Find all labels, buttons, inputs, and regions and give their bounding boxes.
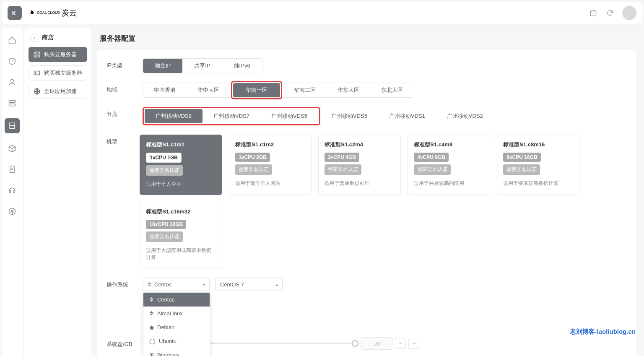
os-version-value: CentOS 7 bbox=[220, 281, 244, 288]
collapse-icon bbox=[11, 9, 18, 17]
os-item-icon: ✲ bbox=[149, 296, 154, 303]
svg-rect-3 bbox=[9, 100, 16, 102]
label-sysdisk: 系统盘/GB bbox=[106, 337, 140, 348]
sidebar-header: ‹ 商店 bbox=[29, 34, 87, 42]
region-option[interactable]: 华东大区 bbox=[327, 83, 370, 97]
os-item-label: AlmaLinux bbox=[157, 310, 183, 317]
os-item-icon: ⊞ bbox=[149, 352, 154, 356]
flame-icon bbox=[28, 9, 35, 17]
stepper-minus[interactable]: − bbox=[395, 338, 406, 349]
os-item-icon: ◉ bbox=[149, 324, 154, 330]
shop-icon bbox=[8, 122, 16, 130]
nav-receipt[interactable] bbox=[6, 164, 18, 175]
model-desc: 适用于并发较高的应用 bbox=[414, 180, 484, 187]
region-option[interactable]: 华南二区 bbox=[283, 83, 327, 97]
ip-option-shared[interactable]: 共享IP bbox=[182, 59, 222, 73]
model-card[interactable]: 标准型S1.c4m8 4vCPU 8GB 需要实名认证 适用于并发较高的应用 bbox=[408, 135, 490, 195]
headset-icon bbox=[8, 186, 16, 195]
model-auth-tag: 需要实名认证 bbox=[146, 231, 183, 242]
nav-support[interactable] bbox=[6, 184, 18, 196]
label-ip-type: IP类型 bbox=[106, 58, 143, 69]
os-dropdown-item[interactable]: ✲AlmaLinux bbox=[143, 307, 210, 320]
nav-shop[interactable] bbox=[5, 118, 20, 133]
globe-icon bbox=[33, 88, 41, 95]
sysdisk-value[interactable]: 20 bbox=[361, 337, 392, 350]
os-family-dropdown: ✲Centos✲AlmaLinux◉Debian◯Ubuntu⊞Windows bbox=[143, 292, 210, 356]
ip-option-dedicated[interactable]: 独立IP bbox=[143, 59, 182, 73]
topbar: COAL CLOUD 炭云 bbox=[2, 2, 642, 24]
sidebar-title: 商店 bbox=[42, 34, 54, 42]
node-option[interactable]: 广州移动VDS1 bbox=[378, 109, 436, 123]
model-card[interactable]: 标准型S1.c1m2 1vCPU 2GB 需要实名认证 适用于建立个人网站 bbox=[229, 135, 312, 195]
nav-billing[interactable] bbox=[6, 205, 18, 217]
model-auth-tag: 需要实名认证 bbox=[325, 164, 361, 175]
sidebar-item-buy-cloud[interactable]: 购买云服务器 bbox=[29, 47, 87, 62]
nav-user[interactable] bbox=[6, 76, 18, 88]
svg-rect-4 bbox=[9, 104, 16, 106]
row-region: 地域 中国香港 华中大区 华南一区 华南二区 华东大区 东北大区 bbox=[106, 83, 627, 98]
os-dropdown-item[interactable]: ◯Ubuntu bbox=[143, 334, 210, 348]
model-card[interactable]: 标准型S1.c1m1 1vCPU 1GB 需要实名认证 适用于个人学习 bbox=[140, 135, 222, 195]
sidebar-back-button[interactable]: ‹ bbox=[30, 34, 39, 42]
os-family-select[interactable]: ✲ Centos ▾ ✲Centos✲AlmaLinux◉Debian◯Ubun… bbox=[143, 278, 210, 291]
ip-option-ipv6[interactable]: 纯IPv6 bbox=[222, 59, 262, 73]
label-region: 地域 bbox=[106, 83, 143, 94]
os-dropdown-item[interactable]: ✲Centos bbox=[143, 293, 210, 307]
user-icon bbox=[8, 78, 16, 86]
node-option[interactable]: 广州移动VDS7 bbox=[203, 109, 260, 123]
stepper-plus[interactable]: + bbox=[408, 338, 419, 349]
model-desc: 适用于普通数据处理 bbox=[325, 180, 395, 187]
os-dropdown-item[interactable]: ⊞Windows bbox=[143, 348, 210, 356]
os-version-select[interactable]: CentOS 7 ▴ bbox=[216, 278, 283, 291]
brand-sub: COAL CLOUD bbox=[37, 11, 60, 15]
sidebar-item-label: 购买云服务器 bbox=[44, 51, 77, 58]
seg-node: 广州移动VDS8 广州移动VDS7 广州移动VDS6 广州移动VDS5 广州移动… bbox=[143, 107, 494, 125]
sysdisk-stepper: 20 − + bbox=[361, 337, 419, 350]
region-option[interactable]: 华中大区 bbox=[187, 83, 230, 97]
node-option[interactable]: 广州移动VDS2 bbox=[436, 109, 494, 123]
calendar-button[interactable] bbox=[589, 8, 598, 18]
nav-dashboard[interactable] bbox=[6, 55, 18, 67]
region-option[interactable]: 中国香港 bbox=[143, 83, 187, 97]
model-card[interactable]: 标准型S1.c8m16 8vCPU 16GB 需要实名认证 适用于要求较高数据计… bbox=[497, 135, 579, 195]
os-dropdown-item[interactable]: ◉Debian bbox=[143, 320, 210, 334]
model-card[interactable]: 标准型S1.c16m32 16vCPU 32GB 需要实名认证 适用于大型应用或… bbox=[140, 202, 222, 268]
os-item-label: Centos bbox=[157, 296, 174, 303]
node-option[interactable]: 广州移动VDS5 bbox=[320, 109, 378, 123]
svg-rect-0 bbox=[590, 10, 596, 16]
row-model: 机型 标准型S1.c1m1 1vCPU 1GB 需要实名认证 适用于个人学习标准… bbox=[106, 135, 627, 268]
region-option-active[interactable]: 华南一区 bbox=[233, 83, 280, 97]
collapse-sidebar-button[interactable] bbox=[8, 6, 22, 20]
model-card[interactable]: 标准型S1.c2m4 2vCPU 4GB 需要实名认证 适用于普通数据处理 bbox=[318, 135, 401, 195]
model-auth-tag: 需要实名认证 bbox=[235, 164, 272, 175]
nav-cube[interactable] bbox=[6, 143, 18, 154]
slider-knob[interactable] bbox=[352, 340, 358, 347]
sidebar-item-global-accel[interactable]: 全球应用加速 bbox=[29, 84, 87, 99]
avatar[interactable] bbox=[622, 6, 636, 20]
node-option-active[interactable]: 广州移动VDS8 bbox=[145, 109, 203, 123]
stack-icon bbox=[8, 99, 16, 107]
model-desc: 适用于大型应用或高要求数据计算 bbox=[146, 247, 216, 261]
region-option[interactable]: 东北大区 bbox=[370, 83, 414, 97]
row-ip-type: IP类型 独立IP 共享IP 纯IPv6 bbox=[106, 58, 627, 73]
row-os: 操作系统 ✲ Centos ▾ ✲Centos✲AlmaLinux◉Debian… bbox=[106, 278, 627, 291]
svg-point-9 bbox=[35, 56, 36, 56]
model-name: 标准型S1.c1m2 bbox=[235, 141, 305, 148]
model-spec-tag: 8vCPU 16GB bbox=[503, 153, 540, 162]
sidebar-item-buy-dedicated[interactable]: 购买独立服务器 bbox=[29, 65, 87, 81]
chevron-up-icon: ▴ bbox=[276, 282, 278, 287]
section-title-server: 服务器配置 bbox=[100, 34, 636, 43]
nav-servers[interactable] bbox=[6, 97, 18, 109]
model-spec-tag: 1vCPU 1GB bbox=[146, 153, 182, 163]
gauge-icon bbox=[8, 57, 16, 65]
yen-icon bbox=[8, 207, 16, 216]
node-option[interactable]: 广州移动VDS6 bbox=[260, 109, 318, 123]
model-desc: 适用于要求较高数据计算 bbox=[503, 180, 573, 187]
refresh-button[interactable] bbox=[605, 8, 615, 18]
chevron-down-icon: ▾ bbox=[203, 282, 205, 287]
os-item-label: Debian bbox=[157, 324, 174, 330]
nav-home[interactable] bbox=[6, 34, 18, 46]
calendar-icon bbox=[589, 9, 597, 17]
sidebar: ‹ 商店 购买云服务器 购买独立服务器 全球应用加速 bbox=[24, 28, 91, 356]
model-name: 标准型S1.c4m8 bbox=[414, 141, 484, 148]
